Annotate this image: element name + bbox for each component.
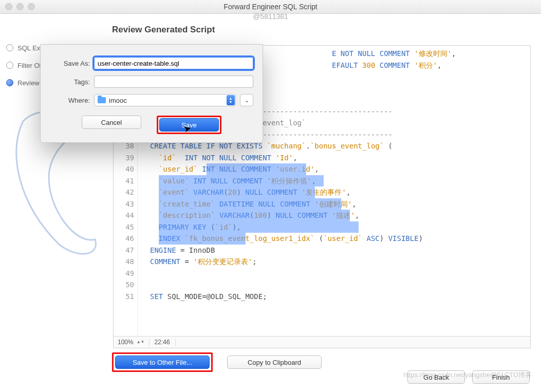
highlight-save-button: Save ➤ xyxy=(157,116,221,134)
step-dot-icon xyxy=(6,62,13,69)
page-title: Review Generated Script xyxy=(112,25,215,35)
where-label: Where: xyxy=(50,97,90,104)
cancel-button[interactable]: Cancel xyxy=(82,116,141,129)
step-dot-icon xyxy=(6,44,13,51)
copy-to-clipboard-button[interactable]: Copy to Clipboard xyxy=(227,356,322,369)
highlight-save-to-file: Save to Other File... xyxy=(112,352,213,372)
go-back-button[interactable]: Go Back xyxy=(407,370,465,384)
save-to-other-file-button[interactable]: Save to Other File... xyxy=(115,356,210,369)
save-file-dialog: Save As: Tags: Where: imooc ▲▼ ⌄ Cancel xyxy=(40,44,263,143)
window-title: Forward Engineer SQL Script xyxy=(0,3,541,11)
save-as-input[interactable] xyxy=(94,57,253,69)
zoom-level[interactable]: 100% ▲▼ xyxy=(114,339,150,346)
save-button[interactable]: Save ➤ xyxy=(159,118,219,132)
window-titlebar: Forward Engineer SQL Script xyxy=(0,0,541,14)
tags-input[interactable] xyxy=(94,76,253,88)
step-dot-icon xyxy=(6,79,13,86)
expand-save-panel-button[interactable]: ⌄ xyxy=(240,94,253,106)
zoom-stepper-icon[interactable]: ▲▼ xyxy=(137,341,145,344)
tags-label: Tags: xyxy=(50,78,90,86)
editor-statusbar: 100% ▲▼ 22:46 xyxy=(114,336,530,348)
finish-button[interactable]: Finish xyxy=(472,370,530,384)
where-folder-select[interactable]: imooc ▲▼ xyxy=(94,94,236,106)
folder-icon xyxy=(98,97,106,103)
chevron-down-icon: ⌄ xyxy=(245,97,249,104)
where-stepper-icon[interactable]: ▲▼ xyxy=(227,95,235,105)
save-as-label: Save As: xyxy=(50,60,90,67)
cursor-position: 22:46 xyxy=(150,339,176,346)
where-folder-name: imooc xyxy=(109,97,127,104)
